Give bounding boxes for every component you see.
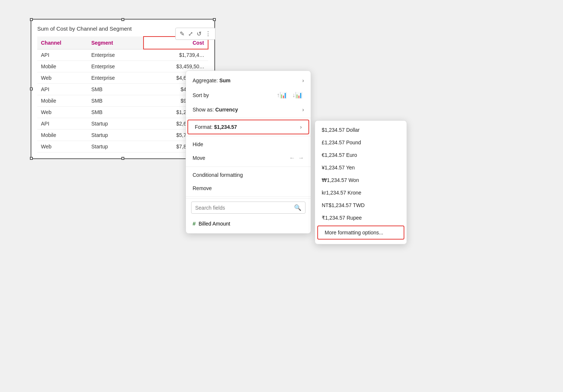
table-row: Mobile Enterprise $3,459,50…: [37, 61, 208, 72]
hide-label: Hide: [193, 141, 203, 147]
separator-1: [186, 118, 311, 118]
chevron-icon: ›: [302, 78, 304, 83]
currency-item[interactable]: €1,234.57 Euro: [315, 149, 407, 161]
menu-item-hide[interactable]: Hide: [186, 138, 311, 151]
currency-item[interactable]: ₩1,234.57 Won: [315, 174, 407, 186]
currency-item[interactable]: ¥1,234.57 Yen: [315, 161, 407, 174]
table-row: Web Enterprise $4,661,96…: [37, 72, 208, 84]
cell-channel: Mobile: [37, 130, 87, 141]
move-right-icon[interactable]: →: [298, 155, 304, 161]
cell-channel: Web: [37, 107, 87, 118]
menu-item-sort[interactable]: Sort by ↑📊 ↓📊: [186, 87, 311, 103]
currency-item[interactable]: $1,234.57 Dollar: [315, 124, 407, 136]
menu-item-move[interactable]: Move ← →: [186, 151, 311, 165]
search-input[interactable]: [195, 205, 294, 211]
edit-icon[interactable]: ✎: [179, 30, 186, 38]
more-formatting-options[interactable]: More formatting options...: [317, 226, 404, 240]
cell-channel: API: [37, 118, 87, 130]
table-row: API SMB $410,28…: [37, 84, 208, 95]
sort-asc-icon[interactable]: ↑📊: [275, 91, 289, 99]
billed-amount-row[interactable]: # Billed Amount: [186, 217, 311, 230]
show-as-chevron: ›: [302, 107, 304, 113]
cell-channel: Mobile: [37, 95, 87, 107]
separator-3: [186, 166, 311, 167]
cell-segment: Startup: [87, 118, 144, 130]
move-arrows-group: ← →: [289, 155, 304, 161]
more-icon[interactable]: ⋮: [204, 30, 212, 38]
table-row: Web Startup $7,898,45…: [37, 141, 208, 152]
hash-icon: #: [193, 220, 196, 227]
cell-segment: Startup: [87, 130, 144, 141]
cell-segment: SMB: [87, 107, 144, 118]
col-header-channel[interactable]: Channel: [37, 37, 87, 49]
cell-segment: Enterprise: [87, 49, 144, 61]
table-row: Mobile Startup $5,702,42…: [37, 130, 208, 141]
resize-handle-tc[interactable]: [121, 18, 124, 21]
table-row: Mobile SMB $939,10…: [37, 95, 208, 107]
search-icon: 🔍: [294, 204, 301, 211]
col-header-segment[interactable]: Segment: [87, 37, 144, 49]
menu-item-conditional-formatting[interactable]: Conditional formatting: [186, 168, 311, 182]
aggregate-label: Aggregate: Sum: [193, 78, 231, 83]
menu-item-aggregate[interactable]: Aggregate: Sum ›: [186, 74, 311, 87]
move-left-icon[interactable]: ←: [289, 155, 295, 161]
data-table: Channel Segment Cost API Enterprise $1,7…: [37, 36, 208, 152]
resize-handle-tl[interactable]: [30, 18, 33, 21]
menu-item-format[interactable]: Format: $1,234.57 ›: [187, 120, 309, 134]
currency-item[interactable]: kr1,234.57 Krone: [315, 186, 407, 199]
currency-item[interactable]: NT$1,234.57 TWD: [315, 199, 407, 212]
cell-segment: Enterprise: [87, 61, 144, 72]
format-chevron: ›: [300, 124, 302, 130]
show-as-label: Show as: Currency: [193, 107, 238, 113]
cell-channel: Web: [37, 141, 87, 152]
separator-4: [186, 196, 311, 197]
table-row: API Startup $2,621,45…: [37, 118, 208, 130]
search-input-wrapper[interactable]: 🔍: [191, 202, 305, 214]
cell-channel: Mobile: [37, 61, 87, 72]
cell-segment: Startup: [87, 141, 144, 152]
sort-label: Sort by: [193, 92, 209, 98]
cell-segment: Enterprise: [87, 72, 144, 84]
currency-submenu: $1,234.57 Dollar£1,234.57 Pound€1,234.57…: [315, 120, 407, 244]
cell-channel: API: [37, 84, 87, 95]
move-label: Move: [193, 155, 205, 161]
format-label: Format: $1,234.57: [195, 124, 237, 130]
cell-channel: Web: [37, 72, 87, 84]
table-row: Web SMB $1,247,30…: [37, 107, 208, 118]
table-row: API Enterprise $1,739,4…: [37, 49, 208, 61]
cell-cost: $1,739,4…: [144, 49, 208, 61]
resize-handle-tr[interactable]: [213, 18, 216, 21]
cell-segment: SMB: [87, 95, 144, 107]
context-menu: Aggregate: Sum › Sort by ↑📊 ↓📊 Show as: …: [186, 71, 311, 234]
resize-handle-bc[interactable]: [121, 157, 124, 160]
search-container: 🔍: [186, 198, 311, 217]
resize-handle-bl[interactable]: [30, 157, 33, 160]
resize-handle-ml[interactable]: [30, 87, 33, 90]
separator-2: [186, 136, 311, 136]
cell-channel: API: [37, 49, 87, 61]
currency-item[interactable]: £1,234.57 Pound: [315, 136, 407, 149]
conditional-formatting-label: Conditional formatting: [193, 172, 243, 178]
menu-item-show-as[interactable]: Show as: Currency ›: [186, 103, 311, 116]
undo-icon[interactable]: ↺: [196, 30, 203, 38]
cell-segment: SMB: [87, 84, 144, 95]
expand-icon[interactable]: ⤢: [187, 30, 194, 38]
sort-icons-group: ↑📊 ↓📊: [275, 91, 304, 99]
remove-label: Remove: [193, 185, 212, 191]
menu-item-remove[interactable]: Remove: [186, 182, 311, 195]
currency-item[interactable]: ₹1,234.57 Rupee: [315, 212, 407, 224]
widget-toolbar: ✎ ⤢ ↺ ⋮: [175, 28, 215, 40]
sort-desc-icon[interactable]: ↓📊: [291, 91, 304, 99]
billed-amount-label: Billed Amount: [198, 221, 230, 227]
